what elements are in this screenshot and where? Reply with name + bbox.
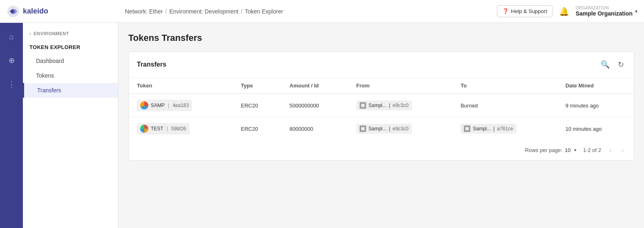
token-explorer-title: TOKEN EXPLORER — [23, 39, 118, 54]
date-cell: 10 minutes ago — [557, 117, 634, 141]
sidebar-item-transfers[interactable]: Transfers — [23, 83, 118, 98]
amount-cell: 5000000000 — [282, 94, 348, 117]
topbar: kaleido Network: Ether / Environment: De… — [0, 0, 644, 23]
token-cell: SAMP | 4ea183 — [129, 94, 233, 117]
help-label: Help & Support — [511, 8, 547, 14]
table-row[interactable]: SAMP | 4ea183 ERC20 5000000000 — [129, 94, 634, 117]
globe-icon-button[interactable]: ⊕ — [5, 53, 18, 68]
date-cell: 9 minutes ago — [557, 94, 634, 117]
org-info: ORGANIZATION Sample Organization — [576, 6, 633, 17]
sidebar-icon-strip: ⌂ ⊕ ⋮ — [0, 23, 23, 228]
breadcrumb-page: Token Explorer — [245, 8, 283, 15]
breadcrumb-sep2: / — [241, 8, 242, 15]
rows-select-input[interactable]: 10 25 50 — [565, 147, 577, 153]
address-icon — [464, 125, 470, 132]
environment-label: ENVIRONMENT — [34, 31, 69, 36]
from-address-chip[interactable]: Sampl... | e9c3c0 — [356, 101, 412, 110]
col-amount: Amount / Id — [282, 78, 348, 94]
transfers-table: Token Type Amount / Id From To Date Mine… — [129, 78, 634, 140]
environment-back-link[interactable]: ‹ ENVIRONMENT — [23, 28, 118, 39]
card-actions: 🔍 ↻ — [599, 58, 626, 71]
from-cell: Sampl... | e9c3c0 — [348, 94, 452, 117]
to-label: Sampl... — [473, 126, 491, 132]
rows-per-page: Rows per page: 10 25 50 — [525, 147, 577, 153]
org-selector[interactable]: ORGANIZATION Sample Organization ▾ — [576, 6, 637, 17]
col-type: Type — [233, 78, 282, 94]
breadcrumb-network: Network: Ether — [125, 8, 163, 15]
sidebar-item-tokens[interactable]: Tokens — [23, 68, 118, 83]
transfers-card: Transfers 🔍 ↻ Token Type Amount / Id Fro… — [128, 51, 634, 161]
from-hash: e9c3c0 — [393, 103, 409, 108]
svg-rect-1 — [361, 104, 364, 107]
samp-token-icon — [140, 101, 148, 110]
col-to: To — [452, 78, 557, 94]
test-token-icon — [140, 125, 148, 133]
rows-per-page-selector[interactable]: 10 25 50 — [565, 147, 577, 153]
to-hash: a761ce — [497, 126, 513, 132]
type-cell: ERC20 — [233, 94, 282, 117]
page-title: Tokens Transfers — [128, 33, 634, 43]
amount-cell: 80000000 — [282, 117, 348, 141]
svg-rect-3 — [465, 127, 469, 130]
token-name: TEST — [151, 126, 163, 132]
chevron-down-icon: ▾ — [635, 9, 637, 14]
from-address-chip[interactable]: Sampl... | e9c3c0 — [356, 124, 412, 134]
logo-text: kaleido — [23, 7, 48, 16]
card-title: Transfers — [137, 61, 166, 68]
token-cell: TEST | 59bf26 — [129, 117, 233, 141]
card-header: Transfers 🔍 ↻ — [129, 52, 634, 78]
type-cell: ERC20 — [233, 117, 282, 141]
breadcrumb-sep1: / — [165, 8, 167, 15]
app-body: ⌂ ⊕ ⋮ ‹ ENVIRONMENT TOKEN EXPLORER Dashb… — [0, 23, 644, 228]
table-row[interactable]: TEST | 59bf26 ERC20 80000000 — [129, 117, 634, 141]
token-chip-test[interactable]: TEST | 59bf26 — [137, 123, 190, 134]
breadcrumb-environment: Environment: Development — [169, 8, 238, 15]
next-page-button[interactable]: › — [620, 145, 626, 155]
col-token: Token — [129, 78, 233, 94]
from-hash: e9c3c0 — [393, 126, 409, 132]
notification-button[interactable]: 🔔 — [557, 5, 571, 18]
svg-rect-2 — [361, 127, 364, 130]
nodes-icon-button[interactable]: ⋮ — [4, 76, 18, 92]
home-icon-button[interactable]: ⌂ — [6, 29, 17, 45]
address-icon — [360, 125, 366, 132]
pagination-row: Rows per page: 10 25 50 1-2 of 2 ‹ › — [129, 140, 634, 160]
left-nav: ‹ ENVIRONMENT TOKEN EXPLORER Dashboard T… — [23, 23, 119, 228]
breadcrumb: Network: Ether / Environment: Developmen… — [125, 8, 497, 15]
search-button[interactable]: 🔍 — [599, 58, 611, 71]
back-arrow-icon: ‹ — [29, 31, 31, 36]
token-chip-samp[interactable]: SAMP | 4ea183 — [137, 100, 192, 111]
table-header-row: Token Type Amount / Id From To Date Mine… — [129, 78, 634, 94]
org-label: ORGANIZATION — [576, 6, 633, 10]
from-label: Sampl... — [369, 103, 387, 108]
token-hash: 4ea183 — [172, 103, 189, 108]
sidebar-item-dashboard[interactable]: Dashboard — [23, 54, 118, 68]
to-address-chip[interactable]: Sampl... | a761ce — [461, 124, 517, 134]
to-cell: Sampl... | a761ce — [452, 117, 557, 141]
logo[interactable]: kaleido — [7, 5, 125, 18]
to-cell: Burned — [452, 94, 557, 117]
main-content: Tokens Transfers Transfers 🔍 ↻ Token Typ… — [119, 23, 644, 228]
from-label: Sampl... — [369, 126, 387, 132]
address-icon — [360, 102, 366, 109]
col-date: Date Mined — [557, 78, 634, 94]
topbar-actions: ❓ Help & Support 🔔 ORGANIZATION Sample O… — [497, 5, 637, 18]
page-info: 1-2 of 2 — [583, 147, 601, 153]
token-hash: 59bf26 — [171, 126, 186, 132]
help-support-button[interactable]: ❓ Help & Support — [497, 5, 552, 17]
col-from: From — [348, 78, 452, 94]
rows-per-page-label: Rows per page: — [525, 147, 562, 153]
token-name: SAMP — [151, 103, 165, 108]
refresh-button[interactable]: ↻ — [616, 58, 626, 71]
help-icon: ❓ — [502, 8, 509, 14]
from-cell: Sampl... | e9c3c0 — [348, 117, 452, 141]
previous-page-button[interactable]: ‹ — [608, 145, 613, 155]
org-name: Sample Organization — [576, 10, 633, 17]
